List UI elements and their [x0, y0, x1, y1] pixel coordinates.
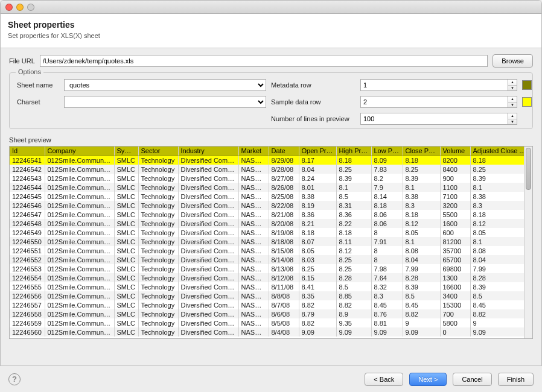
- table-cell: 12246550: [10, 237, 45, 246]
- column-header[interactable]: Id: [10, 147, 45, 156]
- table-cell: 8.08: [403, 246, 440, 255]
- next-button[interactable]: Next >: [409, 373, 447, 386]
- table-row[interactable]: 12246559012Smile.Commun…SMLCTechnologyDi…: [10, 318, 532, 327]
- column-header[interactable]: Open Price: [299, 147, 336, 156]
- table-cell: 012Smile.Commun…: [45, 192, 114, 201]
- charset-select[interactable]: [64, 96, 266, 108]
- chevron-down-icon[interactable]: ▼: [508, 103, 517, 108]
- table-row[interactable]: 12246549012Smile.Commun…SMLCTechnologyDi…: [10, 228, 532, 237]
- column-header[interactable]: Low Price: [371, 147, 403, 156]
- table-row[interactable]: 12246547012Smile.Commun…SMLCTechnologyDi…: [10, 210, 532, 219]
- scrollbar-thumb[interactable]: [526, 148, 531, 190]
- table-cell: 12246543: [10, 174, 45, 183]
- table-row[interactable]: 12246556012Smile.Commun…SMLCTechnologyDi…: [10, 291, 532, 300]
- table-cell: 012Smile.Commun…: [45, 300, 114, 309]
- chevron-up-icon[interactable]: ▲: [508, 96, 517, 103]
- table-header-row[interactable]: IdCompanySymbolSectorIndustryMarketDateO…: [10, 147, 532, 156]
- table-cell: 8.82: [336, 300, 371, 309]
- table-cell: 012Smile.Commun…: [45, 264, 114, 273]
- column-header[interactable]: Close Price: [403, 147, 440, 156]
- column-header[interactable]: Date: [269, 147, 299, 156]
- table-cell: SMLC: [114, 174, 138, 183]
- charset-label: Charset: [17, 98, 59, 106]
- dialog-title: Sheet properties: [8, 20, 534, 30]
- table-cell: 8/14/08: [269, 255, 299, 264]
- table-cell: Technology: [138, 165, 178, 174]
- window-minimize-icon[interactable]: [16, 4, 24, 11]
- column-header[interactable]: Industry: [178, 147, 238, 156]
- column-header[interactable]: High Price: [336, 147, 371, 156]
- table-cell: 12246545: [10, 192, 45, 201]
- back-button[interactable]: < Back: [365, 373, 403, 386]
- metadata-row-stepper[interactable]: ▲▼: [508, 79, 517, 91]
- table-cell: 012Smile.Commun…: [45, 237, 114, 246]
- column-header[interactable]: Market: [238, 147, 269, 156]
- table-cell: 8/25/08: [269, 192, 299, 201]
- table-row[interactable]: 12246553012Smile.Commun…SMLCTechnologyDi…: [10, 264, 532, 273]
- table-row[interactable]: 12246543012Smile.Commun…SMLCTechnologyDi…: [10, 174, 532, 183]
- table-cell: 012Smile.Commun…: [45, 246, 114, 255]
- window-zoom-icon[interactable]: [27, 4, 34, 11]
- table-row[interactable]: 12246555012Smile.Commun…SMLCTechnologyDi…: [10, 282, 532, 291]
- table-row[interactable]: 12246544012Smile.Commun…SMLCTechnologyDi…: [10, 183, 532, 192]
- table-row[interactable]: 12246551012Smile.Commun…SMLCTechnologyDi…: [10, 246, 532, 255]
- table-cell: NASDAQ: [238, 165, 269, 174]
- table-scrollbar[interactable]: [524, 147, 532, 338]
- table-cell: 7.99: [470, 264, 532, 273]
- sample-color-swatch[interactable]: [522, 97, 532, 107]
- table-row[interactable]: 12246550012Smile.Commun…SMLCTechnologyDi…: [10, 237, 532, 246]
- table-row[interactable]: 12246545012Smile.Commun…SMLCTechnologyDi…: [10, 192, 532, 201]
- column-header[interactable]: Company: [45, 147, 114, 156]
- column-header[interactable]: Volume: [440, 147, 470, 156]
- table-row[interactable]: 12246554012Smile.Commun…SMLCTechnologyDi…: [10, 273, 532, 282]
- chevron-up-icon[interactable]: ▲: [508, 113, 517, 119]
- sample-row-stepper[interactable]: ▲▼: [508, 96, 517, 108]
- sample-row-input[interactable]: [360, 96, 508, 108]
- table-cell: 12246546: [10, 201, 45, 210]
- column-header[interactable]: Adjusted Close ...: [470, 147, 532, 156]
- table-cell: 9.35: [336, 318, 371, 327]
- table-cell: 8.04: [470, 255, 532, 264]
- cancel-button[interactable]: Cancel: [453, 373, 491, 386]
- file-url-input[interactable]: [40, 55, 488, 67]
- table-cell: SMLC: [114, 156, 138, 165]
- sheet-name-select[interactable]: quotes: [64, 79, 266, 91]
- table-row[interactable]: 12246548012Smile.Commun…SMLCTechnologyDi…: [10, 219, 532, 228]
- table-row[interactable]: 12246558012Smile.Commun…SMLCTechnologyDi…: [10, 309, 532, 318]
- table-cell: 8.1: [470, 183, 532, 192]
- table-cell: 8/18/08: [269, 237, 299, 246]
- table-cell: Technology: [138, 300, 178, 309]
- table-cell: 8.18: [336, 156, 371, 165]
- table-cell: SMLC: [114, 264, 138, 273]
- table-row[interactable]: 12246552012Smile.Commun…SMLCTechnologyDi…: [10, 255, 532, 264]
- lines-preview-input[interactable]: [360, 113, 508, 125]
- table-cell: 012Smile.Commun…: [45, 327, 114, 337]
- finish-button[interactable]: Finish: [498, 373, 534, 386]
- table-row[interactable]: 12246546012Smile.Commun…SMLCTechnologyDi…: [10, 201, 532, 210]
- chevron-down-icon[interactable]: ▼: [508, 119, 517, 125]
- table-cell: Technology: [138, 327, 178, 337]
- chevron-down-icon[interactable]: ▼: [508, 86, 517, 91]
- table-cell: 8200: [440, 156, 470, 165]
- browse-button[interactable]: Browse: [493, 54, 533, 68]
- table-row[interactable]: 12246560012Smile.Commun…SMLCTechnologyDi…: [10, 327, 532, 337]
- lines-preview-stepper[interactable]: ▲▼: [508, 113, 517, 125]
- metadata-color-swatch[interactable]: [522, 80, 532, 90]
- table-row[interactable]: 12246541012Smile.Commun…SMLCTechnologyDi…: [10, 156, 532, 165]
- table-cell: Diversified Com…: [178, 192, 238, 201]
- table-row[interactable]: 12246542012Smile.Commun…SMLCTechnologyDi…: [10, 165, 532, 174]
- column-header[interactable]: Sector: [138, 147, 178, 156]
- table-cell: SMLC: [114, 201, 138, 210]
- table-cell: Technology: [138, 192, 178, 201]
- window-close-icon[interactable]: [5, 4, 13, 11]
- table-cell: Diversified Com…: [178, 228, 238, 237]
- metadata-row-input[interactable]: [360, 79, 508, 91]
- table-cell: 8.07: [299, 237, 336, 246]
- chevron-up-icon[interactable]: ▲: [508, 80, 517, 86]
- column-header[interactable]: Symbol: [114, 147, 138, 156]
- table-cell: 8.19: [299, 201, 336, 210]
- table-row[interactable]: 12246557012Smile.Commun…SMLCTechnologyDi…: [10, 300, 532, 309]
- table-cell: 8400: [440, 165, 470, 174]
- table-cell: 8.18: [403, 156, 440, 165]
- help-icon[interactable]: ?: [8, 373, 21, 385]
